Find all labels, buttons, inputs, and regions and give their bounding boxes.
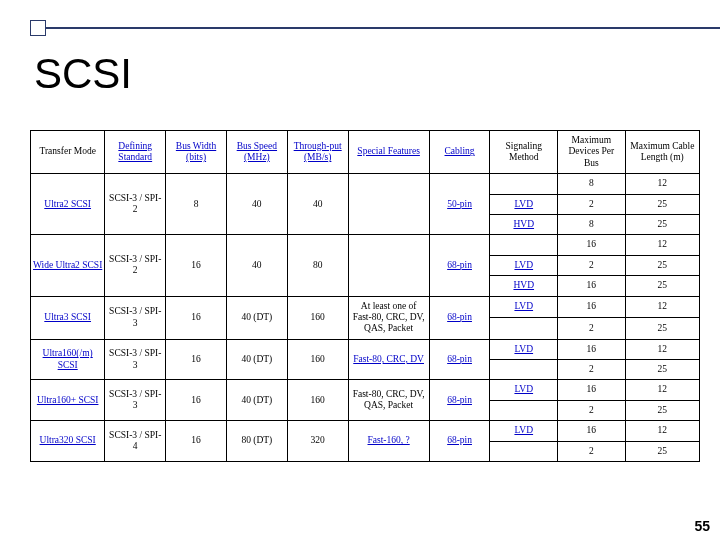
cell-bus-width: 16 [166, 380, 227, 421]
cell-max-devices: 16 [558, 421, 626, 441]
cell-throughput: 160 [287, 296, 348, 339]
cell-transfer-mode[interactable]: Ultra2 SCSI [31, 174, 105, 235]
cell-signaling[interactable]: LVD [490, 339, 558, 359]
cell-signaling [490, 441, 558, 461]
cell-max-devices: 16 [558, 380, 626, 400]
cell-features [348, 174, 429, 235]
col-max-devices: Maximum Devices Per Bus [568, 135, 614, 168]
cell-max-devices: 2 [558, 360, 626, 380]
cell-max-length: 12 [625, 421, 699, 441]
cell-signaling [490, 400, 558, 420]
cell-cabling[interactable]: 68-pin [429, 380, 490, 421]
cell-signaling[interactable]: LVD [490, 194, 558, 214]
cell-bus-speed: 40 [226, 174, 287, 235]
cell-bus-speed: 40 (DT) [226, 380, 287, 421]
cell-signaling[interactable]: LVD [490, 255, 558, 275]
table-row: Ultra2 SCSISCSI-3 / SPI-28404050-pin812 [31, 174, 700, 194]
cell-max-length: 12 [625, 174, 699, 194]
cell-signaling[interactable]: HVD [490, 276, 558, 296]
cell-max-devices: 2 [558, 255, 626, 275]
cell-bus-width: 8 [166, 174, 227, 235]
cell-throughput: 160 [287, 380, 348, 421]
scsi-table: Transfer Mode Defining Standard Bus Widt… [30, 130, 700, 462]
cell-max-length: 25 [625, 194, 699, 214]
cell-max-devices: 2 [558, 194, 626, 214]
cell-max-length: 12 [625, 296, 699, 318]
col-throughput[interactable]: Through-put (MB/s) [294, 141, 342, 162]
cell-signaling[interactable]: LVD [490, 380, 558, 400]
cell-max-devices: 16 [558, 276, 626, 296]
col-special-features[interactable]: Special Features [357, 146, 420, 156]
cell-transfer-mode[interactable]: Ultra320 SCSI [31, 421, 105, 462]
cell-max-length: 25 [625, 441, 699, 461]
cell-bus-speed: 40 [226, 235, 287, 296]
cell-cabling[interactable]: 68-pin [429, 296, 490, 339]
cell-transfer-mode[interactable]: Ultra160(/m) SCSI [31, 339, 105, 380]
cell-standard: SCSI-3 / SPI-4 [105, 421, 166, 462]
cell-standard: SCSI-3 / SPI-2 [105, 174, 166, 235]
cell-bus-speed: 40 (DT) [226, 296, 287, 339]
col-cabling[interactable]: Cabling [445, 146, 475, 156]
cell-max-devices: 2 [558, 400, 626, 420]
cell-cabling[interactable]: 68-pin [429, 235, 490, 296]
cell-max-length: 25 [625, 255, 699, 275]
cell-signaling[interactable]: HVD [490, 214, 558, 234]
table-row: Ultra160+ SCSISCSI-3 / SPI-31640 (DT)160… [31, 380, 700, 400]
cell-max-length: 25 [625, 360, 699, 380]
cell-transfer-mode[interactable]: Wide Ultra2 SCSI [31, 235, 105, 296]
cell-bus-speed: 40 (DT) [226, 339, 287, 380]
cell-features[interactable]: Fast-80, CRC, DV [348, 339, 429, 380]
col-transfer-mode: Transfer Mode [39, 146, 95, 156]
col-defining-standard[interactable]: Defining Standard [118, 141, 152, 162]
cell-max-devices: 16 [558, 339, 626, 359]
cell-cabling[interactable]: 68-pin [429, 421, 490, 462]
col-max-cable-length: Maximum Cable Length (m) [630, 141, 694, 162]
cell-max-length: 25 [625, 214, 699, 234]
cell-bus-speed: 80 (DT) [226, 421, 287, 462]
cell-signaling [490, 235, 558, 255]
cell-max-devices: 16 [558, 235, 626, 255]
cell-max-length: 12 [625, 235, 699, 255]
cell-cabling[interactable]: 50-pin [429, 174, 490, 235]
cell-throughput: 320 [287, 421, 348, 462]
cell-max-length: 25 [625, 276, 699, 296]
col-bus-speed[interactable]: Bus Speed (MHz) [237, 141, 277, 162]
cell-cabling[interactable]: 68-pin [429, 339, 490, 380]
table-row: Ultra3 SCSISCSI-3 / SPI-31640 (DT)160At … [31, 296, 700, 318]
slide-deco-square [30, 20, 46, 36]
cell-transfer-mode[interactable]: Ultra3 SCSI [31, 296, 105, 339]
table-row: Ultra320 SCSISCSI-3 / SPI-41680 (DT)320F… [31, 421, 700, 441]
cell-signaling[interactable]: LVD [490, 296, 558, 318]
table-row: Ultra160(/m) SCSISCSI-3 / SPI-31640 (DT)… [31, 339, 700, 359]
cell-max-devices: 16 [558, 296, 626, 318]
cell-signaling [490, 174, 558, 194]
cell-max-length: 12 [625, 339, 699, 359]
table-header-row: Transfer Mode Defining Standard Bus Widt… [31, 131, 700, 174]
cell-bus-width: 16 [166, 235, 227, 296]
table-row: Wide Ultra2 SCSISCSI-3 / SPI-216408068-p… [31, 235, 700, 255]
col-bus-width[interactable]: Bus Width (bits) [176, 141, 216, 162]
page-title: SCSI [34, 50, 132, 98]
cell-standard: SCSI-3 / SPI-3 [105, 380, 166, 421]
cell-transfer-mode[interactable]: Ultra160+ SCSI [31, 380, 105, 421]
cell-bus-width: 16 [166, 296, 227, 339]
cell-max-length: 12 [625, 380, 699, 400]
cell-standard: SCSI-3 / SPI-3 [105, 296, 166, 339]
cell-signaling [490, 360, 558, 380]
slide-deco-rule [46, 27, 720, 29]
cell-max-length: 25 [625, 318, 699, 340]
cell-signaling [490, 318, 558, 340]
cell-max-devices: 8 [558, 174, 626, 194]
cell-features [348, 235, 429, 296]
cell-max-devices: 8 [558, 214, 626, 234]
cell-signaling[interactable]: LVD [490, 421, 558, 441]
cell-throughput: 40 [287, 174, 348, 235]
cell-features: Fast-80, CRC, DV, QAS, Packet [348, 380, 429, 421]
page-number: 55 [694, 518, 710, 534]
cell-standard: SCSI-3 / SPI-3 [105, 339, 166, 380]
cell-bus-width: 16 [166, 339, 227, 380]
cell-bus-width: 16 [166, 421, 227, 462]
cell-max-devices: 2 [558, 441, 626, 461]
cell-max-length: 25 [625, 400, 699, 420]
cell-features[interactable]: Fast-160, ? [348, 421, 429, 462]
